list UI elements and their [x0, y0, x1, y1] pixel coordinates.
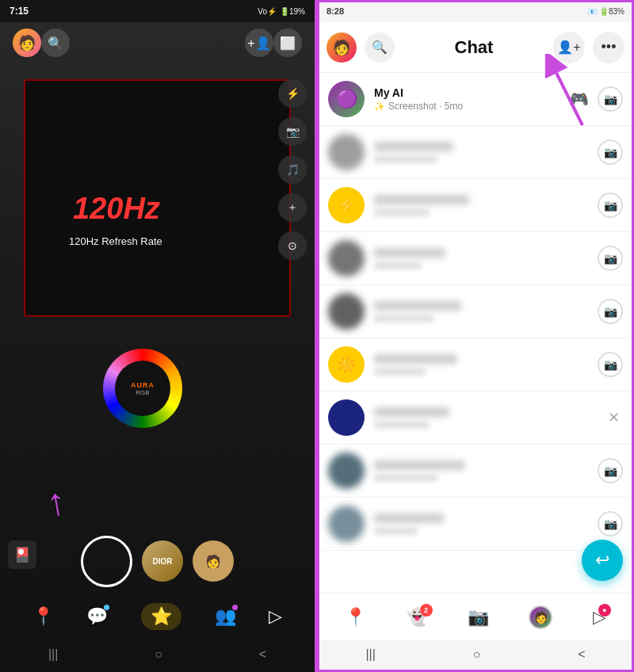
left-user-avatar[interactable]: 🧑 — [13, 29, 41, 57]
right-search-btn[interactable]: 🔍 — [365, 32, 395, 63]
contact-8-camera[interactable]: 📷 — [598, 458, 623, 483]
contact-9-actions: 📷 — [598, 511, 623, 536]
contact-7-name — [374, 407, 595, 419]
right-recents-btn[interactable]: ||| — [365, 647, 375, 662]
mail-icon: 📧 — [587, 7, 597, 16]
contact-2-content — [374, 141, 588, 163]
right-nav-stories[interactable]: ▷ ● — [593, 607, 606, 628]
right-nav-chat[interactable]: 👻 2 — [407, 607, 428, 628]
left-top-nav: 🧑 🔍 +👤 ⬜ — [0, 22, 315, 63]
left-nav-location[interactable]: 📍 — [32, 606, 54, 627]
contact-9-camera[interactable]: 📷 — [598, 511, 623, 536]
contact-8-name — [374, 460, 588, 472]
left-time: 7:15 — [10, 6, 29, 17]
contact-6-sub — [374, 368, 588, 376]
contact-6-actions: 📷 — [598, 352, 623, 377]
lens-icon[interactable]: ⊙ — [278, 231, 307, 260]
contact-6-camera[interactable]: 📷 — [598, 352, 623, 377]
filter-dior[interactable]: DIOR — [142, 540, 183, 582]
chat-item-6[interactable]: ☀️ 📷 — [317, 338, 634, 391]
dismiss-button-7[interactable]: ✕ — [605, 406, 623, 430]
blurred-name-8 — [374, 460, 465, 470]
back-btn[interactable]: < — [259, 647, 266, 662]
right-nav-camera[interactable]: 📷 — [468, 607, 489, 628]
wifi-icon: 🔋83% — [599, 7, 624, 16]
signal-icon: Vo⚡ — [258, 7, 277, 16]
stories-icon: ▷ — [269, 606, 282, 627]
left-bottom-nav: 📍 💬 ⭐ 👥 ▷ — [0, 593, 315, 640]
contact-3-avatar: ⚡ — [328, 187, 365, 223]
right-back-btn[interactable]: < — [578, 647, 585, 662]
blurred-sub-6 — [374, 368, 426, 376]
chat-item-9[interactable]: 📷 — [317, 498, 634, 551]
chat-item-my-ai[interactable]: 🟣 My AI ✨ Screenshot · 5mo 🎮 📷 — [317, 73, 634, 126]
chat-item-5[interactable]: 📷 — [317, 285, 634, 338]
chat-item-3[interactable]: ⚡ 📷 — [317, 179, 634, 232]
left-nav-chat[interactable]: 💬 — [86, 606, 108, 627]
contact-5-camera[interactable]: 📷 — [598, 299, 623, 324]
left-search-icon[interactable]: 🔍 — [41, 29, 70, 57]
left-add-friend-icon[interactable]: +👤 — [245, 29, 273, 57]
contact-4-sub — [374, 262, 588, 269]
right-home-btn[interactable]: ○ — [473, 647, 481, 662]
add-friend-icon: 👤+ — [557, 40, 580, 55]
contact-8-sub — [374, 474, 588, 482]
more-options-button[interactable]: ••• — [593, 32, 624, 63]
left-status-bar: 7:15 Vo⚡ 🔋19% — [0, 0, 315, 22]
right-bottom-nav: 📍 👻 2 📷 🧑 ▷ ● — [317, 593, 634, 640]
dior-label: DIOR — [153, 557, 173, 566]
left-nav-spotlight[interactable]: ⭐ — [141, 603, 181, 630]
ai-game-icon[interactable]: 🎮 — [566, 86, 591, 112]
add-friend-button[interactable]: 👤+ — [553, 32, 585, 63]
chat-list: 🟣 My AI ✨ Screenshot · 5mo 🎮 📷 — [317, 73, 634, 593]
contact-4-content — [374, 247, 588, 269]
filter-main-circle[interactable] — [81, 536, 132, 587]
left-nav-stories[interactable]: ▷ — [269, 606, 282, 627]
hz-text: 120Hz — [73, 192, 160, 226]
character-icon: 🧑 — [205, 554, 221, 569]
right-nav-profile[interactable]: 🧑 — [529, 605, 552, 629]
music-icon[interactable]: 🎵 — [278, 155, 307, 184]
right-nav-location[interactable]: 📍 — [345, 607, 366, 628]
left-crop-icon[interactable]: ⬜ — [273, 29, 302, 57]
contact-3-sub — [374, 208, 588, 216]
friends-dot — [232, 605, 238, 610]
blurred-sub-9 — [374, 527, 418, 535]
contact-2-sub — [374, 155, 588, 163]
right-system-buttons: ||| ○ < — [317, 643, 634, 666]
contact-2-camera[interactable]: 📷 — [598, 139, 623, 165]
left-nav-friends[interactable]: 👥 — [215, 606, 236, 627]
contact-4-camera[interactable]: 📷 — [598, 246, 623, 271]
contact-9-name — [374, 513, 588, 525]
left-status-icons: Vo⚡ 🔋19% — [258, 7, 305, 16]
stories-badge: ● — [598, 604, 611, 617]
fab-button[interactable]: ↩ — [582, 540, 623, 581]
chat-item-4[interactable]: 📷 — [317, 232, 634, 285]
recents-btn[interactable]: ||| — [48, 647, 58, 662]
blurred-name-7 — [374, 407, 449, 417]
my-ai-camera-icon[interactable]: 📷 — [598, 86, 623, 112]
chat-item-8[interactable]: 📷 — [317, 445, 634, 498]
contact-3-actions: 📷 — [598, 193, 623, 218]
contact-4-name — [374, 247, 588, 260]
chat-dot — [104, 605, 109, 610]
my-ai-content: My AI ✨ Screenshot · 5mo — [374, 86, 556, 112]
home-btn[interactable]: ○ — [155, 647, 162, 662]
filter-character[interactable]: 🧑 — [193, 540, 234, 582]
plus-icon[interactable]: ＋ — [278, 193, 307, 222]
contact-5-sub — [374, 315, 588, 323]
right-user-avatar[interactable]: 🧑 — [327, 32, 357, 63]
blurred-name-6 — [374, 354, 457, 364]
location-icon-right: 📍 — [345, 607, 366, 628]
contact-4-avatar — [328, 240, 365, 277]
my-ai-sub: ✨ Screenshot · 5mo — [374, 101, 556, 112]
flash-icon[interactable]: ⚡ — [278, 79, 307, 108]
contact-3-name — [374, 194, 588, 207]
video-icon[interactable]: 📷 — [278, 117, 307, 146]
contact-8-actions: 📷 — [598, 458, 623, 483]
aura-inner: AURA RGB — [115, 361, 170, 416]
chat-item-2[interactable]: 📷 — [317, 126, 634, 179]
blurred-name-9 — [374, 514, 444, 523]
chat-item-7[interactable]: ✕ — [317, 391, 634, 445]
contact-3-camera[interactable]: 📷 — [598, 193, 623, 218]
